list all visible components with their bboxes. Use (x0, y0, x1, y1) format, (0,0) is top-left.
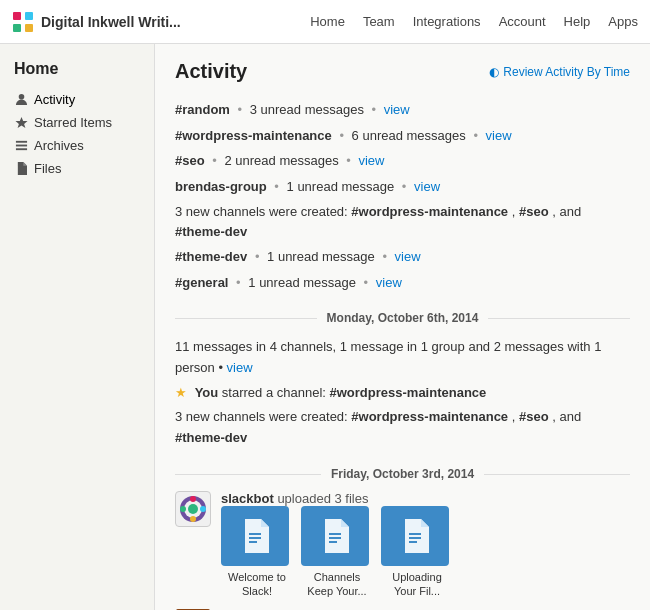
file-thumb-2: Channels Keep Your... (301, 506, 373, 599)
file-icon-box-3[interactable] (381, 506, 449, 566)
file-icon (14, 162, 28, 176)
upload-content: slackbot uploaded 3 files (221, 491, 453, 599)
view-theme-dev-link[interactable]: view (395, 249, 421, 264)
activity-row: #random • 3 unread messages • view (175, 97, 630, 123)
svg-rect-8 (15, 148, 26, 150)
svg-rect-24 (409, 537, 421, 539)
nav-help[interactable]: Help (564, 14, 591, 29)
star-filled-icon: ★ (175, 385, 187, 400)
date-divider-1: Monday, October 6th, 2014 (175, 311, 630, 325)
svg-rect-0 (13, 12, 21, 20)
sidebar: Home Activity Starred Items Archives (0, 44, 155, 610)
main-content: Activity ◐ Review Activity By Time #rand… (155, 44, 650, 610)
file-thumbnails: Welcome to Slack! Channel (221, 506, 453, 599)
activity-row: brendas-group • 1 unread message • view (175, 174, 630, 200)
sidebar-heading: Home (0, 60, 154, 88)
file-label-1: Welcome to Slack! (221, 570, 293, 599)
svg-rect-23 (409, 533, 421, 535)
file-icon-box-2[interactable] (301, 506, 369, 566)
view-brendas-group-link[interactable]: view (414, 179, 440, 194)
activity-row: #theme-dev • 1 unread message • view (175, 244, 630, 270)
slackbot-action: uploaded 3 files (277, 491, 368, 506)
svg-rect-20 (329, 533, 341, 535)
svg-rect-1 (25, 12, 33, 20)
nav-apps[interactable]: Apps (608, 14, 638, 29)
review-activity-link[interactable]: ◐ Review Activity By Time (489, 65, 630, 79)
svg-rect-17 (249, 533, 261, 535)
dated-section-1: 11 messages in 4 channels, 1 message in … (175, 335, 630, 451)
svg-rect-2 (13, 24, 21, 32)
sidebar-item-files[interactable]: Files (0, 157, 154, 180)
app-title: Digital Inkwell Writi... (41, 14, 181, 30)
svg-rect-21 (329, 537, 341, 539)
svg-point-13 (190, 496, 196, 502)
logo-icon (12, 11, 34, 33)
file-thumb-3: Uploading Your Fil... (381, 506, 453, 599)
file-label-2: Channels Keep Your... (301, 570, 373, 599)
star-icon (14, 116, 28, 130)
dated-row: 11 messages in 4 channels, 1 message in … (175, 335, 630, 381)
view-general-link[interactable]: view (376, 275, 402, 290)
file-icon-box-1[interactable] (221, 506, 289, 566)
clock-icon: ◐ (489, 65, 499, 79)
activity-row: #general • 1 unread message • view (175, 270, 630, 296)
layout: Home Activity Starred Items Archives (0, 44, 650, 610)
top-nav-links: Home Team Integrations Account Help Apps (310, 14, 638, 29)
sidebar-archives-label: Archives (34, 138, 84, 153)
svg-rect-22 (329, 541, 337, 543)
svg-point-4 (18, 94, 24, 100)
svg-marker-5 (15, 117, 27, 128)
svg-point-14 (200, 506, 206, 512)
slackbot-upload: slackbot uploaded 3 files (175, 491, 630, 599)
view-dated1-link[interactable]: view (227, 360, 253, 375)
sidebar-item-archives[interactable]: Archives (0, 134, 154, 157)
nav-account[interactable]: Account (499, 14, 546, 29)
svg-point-15 (190, 516, 196, 522)
list-icon (14, 139, 28, 153)
view-random-link[interactable]: view (384, 102, 410, 117)
svg-rect-6 (15, 141, 26, 143)
view-wpm-link[interactable]: view (486, 128, 512, 143)
app-logo[interactable]: Digital Inkwell Writi... (12, 11, 181, 33)
slackbot-avatar (175, 491, 211, 527)
activity-row: #seo • 2 unread messages • view (175, 148, 630, 174)
dated-row-channels: 3 new channels were created: #wordpress-… (175, 405, 630, 451)
top-nav: Digital Inkwell Writi... Home Team Integ… (0, 0, 650, 44)
sidebar-files-label: Files (34, 161, 61, 176)
slackbot-username: slackbot (221, 491, 274, 506)
nav-integrations[interactable]: Integrations (413, 14, 481, 29)
activity-list: #random • 3 unread messages • view #word… (175, 97, 630, 295)
sidebar-activity-label: Activity (34, 92, 75, 107)
sidebar-item-activity[interactable]: Activity (0, 88, 154, 111)
svg-point-16 (180, 506, 186, 512)
svg-rect-18 (249, 537, 261, 539)
file-thumb-1: Welcome to Slack! (221, 506, 293, 599)
nav-team[interactable]: Team (363, 14, 395, 29)
svg-rect-19 (249, 541, 257, 543)
file-label-3: Uploading Your Fil... (381, 570, 453, 599)
dated-row-starred: ★ You starred a channel: #wordpress-main… (175, 381, 630, 406)
person-icon (14, 93, 28, 107)
main-header: Activity ◐ Review Activity By Time (175, 60, 630, 83)
activity-row: #wordpress-maintenance • 6 unread messag… (175, 123, 630, 149)
sidebar-item-starred[interactable]: Starred Items (0, 111, 154, 134)
view-seo-link[interactable]: view (358, 153, 384, 168)
page-title: Activity (175, 60, 247, 83)
svg-point-12 (188, 504, 198, 514)
svg-rect-7 (15, 145, 26, 147)
sidebar-starred-label: Starred Items (34, 115, 112, 130)
date-divider-2: Friday, October 3rd, 2014 (175, 467, 630, 481)
activity-row-channels-created: 3 new channels were created: #wordpress-… (175, 199, 630, 244)
nav-home[interactable]: Home (310, 14, 345, 29)
svg-rect-25 (409, 541, 417, 543)
svg-rect-3 (25, 24, 33, 32)
